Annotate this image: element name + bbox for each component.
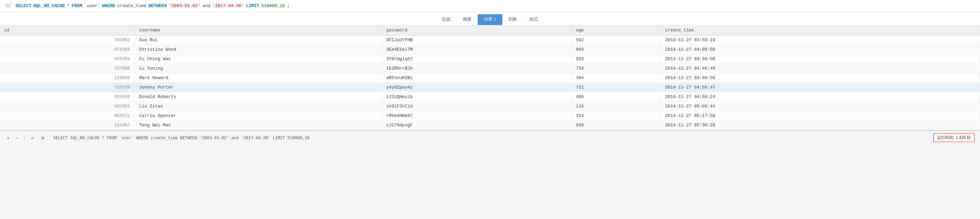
cell-password: iv0lF3cCld	[382, 102, 571, 111]
cell-create_time: 2014-11-27 05:09:44	[661, 102, 980, 111]
cell-age: 116	[572, 102, 661, 111]
kw-and: and	[202, 3, 210, 8]
cell-id: 531867	[0, 121, 135, 130]
cell-create_time: 2014-11-27 04:46:49	[661, 64, 980, 74]
tab-状态[interactable]: 状态	[523, 14, 544, 25]
cell-username: Mark Howard	[135, 74, 382, 83]
col-create-time: create_time	[117, 3, 146, 8]
date-start: '2003-01-02'	[169, 3, 200, 8]
cell-age: 933	[572, 54, 661, 64]
cell-create_time: 2014-11-27 04:46:56	[661, 74, 980, 83]
cell-age: 942	[572, 35, 661, 45]
cell-create_time: 2014-11-27 03:59:19	[661, 35, 980, 45]
cell-create_time: 2014-11-27 04:09:50	[661, 45, 980, 54]
col-header-username: username	[135, 26, 382, 35]
cell-age: 384	[572, 74, 661, 83]
cell-password: 3Ee4ESalTM	[382, 45, 571, 54]
table-row[interactable]: 337898Lu YuningtE2R9rrBJh7582014-11-27 0…	[0, 64, 980, 74]
cell-username: Christina Wood	[135, 45, 382, 54]
semicolon: ;	[287, 3, 290, 8]
table-row[interactable]: 355936Donald RobertsiJ2zQHeslb4052014-11…	[0, 92, 980, 102]
tabs-bar: 信息摘要结果 1剖析状态	[0, 12, 980, 26]
cell-create_time: 2014-11-27 04:36:50	[661, 54, 980, 64]
cancel-icon[interactable]: ✕	[40, 134, 46, 141]
cell-age: 939	[572, 121, 661, 130]
table-row[interactable]: 120850Mark HowardaRFnnuK6Bi3842014-11-27…	[0, 74, 980, 83]
bottom-bar: +−✓✕ SELECT SQL_NO_CACHE * FROM `user` W…	[0, 130, 980, 145]
cell-username: Xue Rui	[135, 35, 382, 45]
table-row[interactable]: 531867Tong Wai MancJ279dyvgF9392014-11-2…	[0, 121, 980, 130]
kw-between: BETWEEN	[148, 3, 167, 8]
vertical-divider	[24, 135, 25, 141]
sql-preview: SELECT SQL_NO_CACHE * FROM `user` WHERE …	[53, 136, 927, 140]
table-row[interactable]: 710339Johnny Portery4ySZpuo4z7212014-11-…	[0, 83, 980, 92]
cell-age: 758	[572, 64, 661, 74]
cell-password: rMVe4HHb97	[382, 111, 571, 121]
table-name: `user`	[84, 3, 100, 8]
results-table: idusernamepasswordagecreate_time703962Xu…	[0, 26, 980, 130]
cell-age: 314	[572, 111, 661, 121]
date-end: '2017-04-30'	[213, 3, 244, 8]
col-header-age: age	[572, 26, 661, 35]
col-header-create_time: create_time	[661, 26, 980, 35]
line-number: 22	[5, 3, 14, 8]
cell-id: 889358	[0, 54, 135, 64]
tab-信息[interactable]: 信息	[436, 14, 457, 25]
cell-username: Donald Roberts	[135, 92, 382, 102]
cell-id: 654121	[0, 111, 135, 121]
col-header-password: password	[382, 26, 571, 35]
limit-value: 510000,10	[261, 3, 285, 8]
table-row[interactable]: 654121Carrie SpencerrMVe4HHb973142014-11…	[0, 111, 980, 121]
sql-bar: 22 SELECT SQL_NO_CACHE * FROM `user` WHE…	[0, 0, 980, 12]
tab-剖析[interactable]: 剖析	[502, 14, 523, 25]
cell-id: 432002	[0, 102, 135, 111]
cell-password: aRFnnuK6Bi	[382, 74, 571, 83]
cell-username: Lu Yuning	[135, 64, 382, 74]
cell-password: DFIJsUYfHB	[382, 35, 571, 45]
results-table-wrap: idusernamepasswordagecreate_time703962Xu…	[0, 26, 980, 130]
cell-username: Fu Ching Wan	[135, 54, 382, 64]
table-row[interactable]: 703962Xue RuiDFIJsUYfHB9422014-11-27 03:…	[0, 35, 980, 45]
table-row[interactable]: 974350Christina Wood3Ee4ESalTM9932014-11…	[0, 45, 980, 54]
kw-limit: LIMIT	[246, 3, 259, 8]
col-header-id: id	[0, 26, 135, 35]
cell-id: 703962	[0, 35, 135, 45]
cell-password: tE2R9rrBJh	[382, 64, 571, 74]
tab-结果 1[interactable]: 结果 1	[478, 14, 502, 25]
cell-create_time: 2014-11-27 05:17:58	[661, 111, 980, 121]
cell-username: Carrie Spencer	[135, 111, 382, 121]
remove-icon[interactable]: −	[14, 134, 20, 141]
cell-password: iJ2zQHeslb	[382, 92, 571, 102]
cell-username: Johnny Porter	[135, 83, 382, 92]
kw-func: SQL_NO_CACHE	[33, 3, 65, 8]
cell-age: 721	[572, 83, 661, 92]
add-icon[interactable]: +	[5, 134, 11, 141]
cell-password: 3Y07dglq5Y	[382, 54, 571, 64]
cell-username: Liu Zitao	[135, 102, 382, 111]
cell-id: 355936	[0, 92, 135, 102]
bottom-actions: +−✓✕	[5, 134, 46, 141]
cell-password: cJ279dyvgF	[382, 121, 571, 130]
cell-id: 337898	[0, 64, 135, 74]
cell-age: 993	[572, 45, 661, 54]
table-row[interactable]: 432002Liu Zitaoiv0lF3cCld1162014-11-27 0…	[0, 102, 980, 111]
cell-id: 974350	[0, 45, 135, 54]
cell-id: 120850	[0, 74, 135, 83]
runtime-badge: 运行时间: 1.426 秒	[933, 134, 975, 142]
cell-create_time: 2014-11-27 04:56:47	[661, 83, 980, 92]
table-row[interactable]: 889358Fu Ching Wan3Y07dglq5Y9332014-11-2…	[0, 54, 980, 64]
cell-create_time: 2014-11-27 05:30:28	[661, 121, 980, 130]
kw-where: WHERE	[102, 3, 115, 8]
confirm-icon[interactable]: ✓	[29, 134, 36, 141]
tab-摘要[interactable]: 摘要	[457, 14, 478, 25]
kw-select: SELECT	[16, 3, 32, 8]
cell-create_time: 2014-11-27 04:58:24	[661, 92, 980, 102]
star: *	[67, 3, 70, 8]
cell-password: y4ySZpuo4z	[382, 83, 571, 92]
cell-age: 405	[572, 92, 661, 102]
cell-username: Tong Wai Man	[135, 121, 382, 130]
cell-id: 710339	[0, 83, 135, 92]
kw-from: FROM	[72, 3, 82, 8]
